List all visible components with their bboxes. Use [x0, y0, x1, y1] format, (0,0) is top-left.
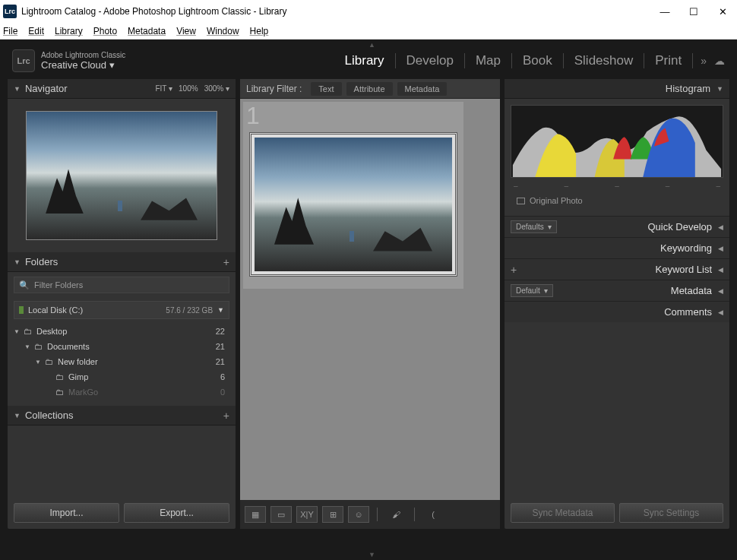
brand-line1: Adobe Lightroom Classic — [41, 51, 125, 59]
histogram-chart — [511, 105, 723, 178]
module-slideshow[interactable]: Slideshow — [567, 53, 641, 68]
collections-header[interactable]: ▼ Collections + — [8, 406, 236, 426]
separator — [395, 53, 396, 68]
brand-line2[interactable]: Creative Cloud ▾ — [41, 59, 125, 71]
filter-attribute[interactable]: Attribute — [346, 82, 393, 96]
separator — [511, 53, 512, 68]
nav-100[interactable]: 100% — [179, 84, 198, 93]
folder-icon: 🗀 — [24, 327, 32, 336]
nav-fit[interactable]: FIT ▾ — [155, 84, 172, 93]
import-button[interactable]: Import... — [14, 503, 119, 523]
module-map[interactable]: Map — [468, 53, 508, 68]
chevron-down-icon[interactable]: ▼ — [217, 306, 224, 314]
navigator-preview[interactable] — [26, 111, 217, 240]
more-modules-icon[interactable]: » — [701, 55, 707, 67]
collapse-bottom-icon[interactable]: ▼ — [368, 551, 375, 558]
chevron-left-icon: ◀ — [718, 308, 723, 316]
collapse-top-icon[interactable]: ▲ — [368, 41, 375, 49]
grid-view-icon[interactable]: ▦ — [245, 506, 266, 523]
grid-view[interactable]: 1 — [240, 99, 500, 500]
panel-quick-develop[interactable]: Defaults ▾Quick Develop◀ — [505, 216, 729, 237]
folder-markgo[interactable]: 🗀MarkGo0 — [14, 384, 229, 400]
folder-icon: 🗀 — [45, 357, 53, 366]
panel-keywording[interactable]: Keywording◀ — [505, 237, 729, 258]
preset-select[interactable]: Defaults ▾ — [511, 220, 557, 233]
navigator-title: Navigator — [25, 83, 68, 94]
export-button[interactable]: Export... — [124, 503, 229, 523]
module-develop[interactable]: Develop — [399, 53, 461, 68]
separator — [563, 53, 564, 68]
histogram-header[interactable]: Histogram ▼ — [505, 79, 729, 99]
chevron-left-icon: ◀ — [718, 287, 723, 295]
chevron-down-icon[interactable]: ▼ — [14, 328, 21, 335]
menu-window[interactable]: Window — [207, 26, 239, 36]
chevron-down-icon: ▼ — [14, 258, 21, 266]
chevron-left-icon: ◀ — [718, 223, 723, 231]
sync-settings-button[interactable]: Sync Settings — [619, 503, 723, 523]
menu-library[interactable]: Library — [55, 26, 83, 36]
thumbnail-image[interactable] — [255, 138, 452, 271]
menu-help[interactable]: Help — [250, 26, 269, 36]
module-library[interactable]: Library — [337, 53, 392, 68]
module-book[interactable]: Book — [515, 53, 560, 68]
separator — [644, 53, 644, 68]
filter-metadata[interactable]: Metadata — [397, 82, 448, 96]
painter-icon[interactable]: 🖌 — [385, 506, 406, 523]
chevron-left-icon: ◀ — [718, 245, 723, 252]
menu-metadata[interactable]: Metadata — [128, 26, 166, 36]
filter-folders-input[interactable]: 🔍 Filter Folders — [14, 277, 229, 293]
folder-documents[interactable]: ▼🗀Documents21 — [14, 339, 229, 354]
menu-file[interactable]: File — [3, 26, 17, 36]
panel-metadata[interactable]: Default ▾Metadata◀ — [505, 280, 729, 301]
survey-view-icon[interactable]: ⊞ — [322, 506, 343, 523]
menu-view[interactable]: View — [176, 26, 196, 36]
compare-view-icon[interactable]: X|Y — [296, 506, 318, 523]
brand-icon: Lrc — [12, 49, 35, 72]
chevron-down-icon: ▼ — [716, 85, 723, 93]
close-button[interactable]: ✕ — [717, 6, 728, 17]
app-icon: Lrc — [3, 5, 17, 18]
histogram-title: Histogram — [666, 83, 710, 94]
add-collection-icon[interactable]: + — [223, 410, 229, 422]
chevron-down-icon[interactable]: ▼ — [24, 343, 31, 350]
panel-comments[interactable]: Comments◀ — [505, 301, 729, 322]
thumb-index: 1 — [246, 102, 260, 130]
chevron-down-icon: ▼ — [14, 85, 21, 93]
disk-row[interactable]: Local Disk (C:) 57.6 / 232 GB ▼ — [14, 301, 229, 319]
sort-icon[interactable]: ( — [422, 506, 444, 523]
module-print[interactable]: Print — [647, 53, 689, 68]
disk-name: Local Disk (C:) — [28, 305, 83, 315]
sync-metadata-button[interactable]: Sync Metadata — [511, 503, 615, 523]
nav-300[interactable]: 300% ▾ — [204, 84, 229, 93]
chevron-left-icon: ◀ — [718, 266, 723, 274]
search-icon: 🔍 — [19, 280, 30, 290]
add-folder-icon[interactable]: + — [223, 256, 229, 268]
preset-select[interactable]: Default ▾ — [511, 284, 553, 297]
disk-status-icon — [19, 306, 24, 314]
add-icon[interactable]: + — [511, 264, 517, 276]
folder-gimp[interactable]: 🗀Gimp6 — [14, 369, 229, 384]
menu-photo[interactable]: Photo — [93, 26, 117, 36]
original-photo-icon — [517, 198, 525, 204]
library-filter-label: Library Filter : — [246, 84, 302, 94]
folder-icon: 🗀 — [55, 388, 64, 397]
cloud-sync-icon[interactable]: ☁ — [714, 55, 725, 67]
folders-header[interactable]: ▼ Folders + — [8, 252, 236, 272]
separator — [464, 53, 465, 68]
folder-new-folder[interactable]: ▼🗀New folder21 — [14, 354, 229, 369]
loupe-view-icon[interactable]: ▭ — [270, 506, 292, 523]
disk-size: 57.6 / 232 GB — [166, 306, 213, 315]
panel-keyword-list[interactable]: +Keyword List◀ — [505, 258, 729, 280]
chevron-down-icon: ▼ — [14, 412, 21, 419]
original-photo-label: Original Photo — [530, 196, 583, 205]
maximize-button[interactable]: ☐ — [688, 6, 699, 17]
filter-text[interactable]: Text — [311, 82, 341, 96]
people-view-icon[interactable]: ☺ — [348, 506, 369, 523]
folder-desktop[interactable]: ▼🗀Desktop22 — [14, 324, 229, 339]
collections-title: Collections — [25, 410, 74, 421]
folders-title: Folders — [25, 256, 58, 267]
chevron-down-icon[interactable]: ▼ — [35, 359, 42, 365]
navigator-header[interactable]: ▼ Navigator FIT ▾ 100% 300% ▾ — [8, 79, 236, 99]
menu-edit[interactable]: Edit — [28, 26, 44, 36]
minimize-button[interactable]: — — [660, 6, 670, 17]
